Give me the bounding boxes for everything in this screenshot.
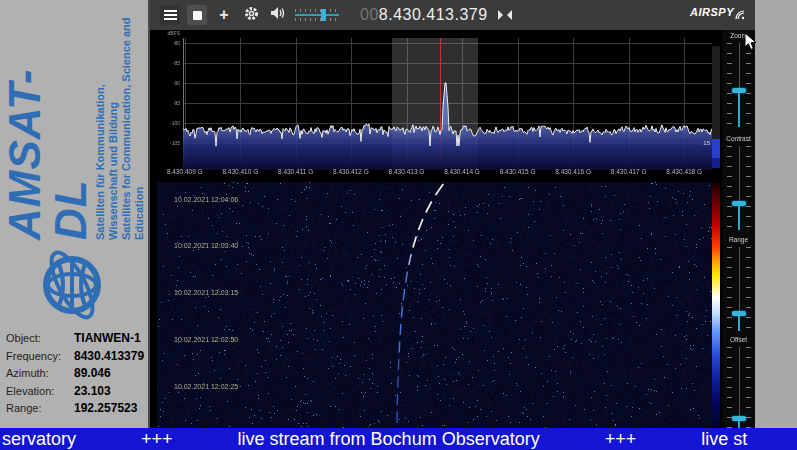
object-value: TIANWEN-1 bbox=[74, 330, 141, 348]
info-row-range: Range: 192.257523 bbox=[6, 400, 148, 418]
contrast-label: Contrast bbox=[722, 135, 755, 144]
info-row-object: Object: TIANWEN-1 bbox=[6, 330, 148, 348]
info-row-elevation: Elevation: 23.103 bbox=[6, 383, 148, 401]
db-tick: -90 bbox=[173, 80, 180, 86]
freq-tick: 8.430.413 G bbox=[389, 168, 425, 180]
slider-stem bbox=[738, 90, 740, 127]
zoom-slider[interactable] bbox=[727, 43, 751, 127]
live-stream-ticker: servatory +++ live stream from Bochum Ob… bbox=[0, 428, 797, 450]
offset-slider-group: Offset bbox=[722, 336, 755, 431]
desktop: AMSAT-DL Satelliten für Kommunikation, W… bbox=[0, 0, 797, 450]
freq-tick: 8.430.410 G bbox=[222, 168, 258, 180]
volume-slider[interactable] bbox=[295, 9, 339, 21]
range-value: 192.257523 bbox=[74, 400, 137, 418]
freq-tick: 8.430.417 G bbox=[611, 168, 647, 180]
contrast-slider-handle[interactable] bbox=[732, 201, 746, 206]
slider-ticks bbox=[727, 347, 732, 431]
brand-wordmark: AMSAT-DL bbox=[2, 17, 94, 240]
db-tick: -95 bbox=[173, 100, 180, 106]
menu-button[interactable] bbox=[160, 5, 180, 25]
db-tick: -100 bbox=[170, 120, 180, 126]
timestamp: 10.02.2021 12:02:50 bbox=[174, 336, 238, 343]
freq-tick: 8.430.409 G bbox=[167, 168, 203, 180]
range-label: Range bbox=[722, 236, 755, 245]
sidebar: AMSAT-DL Satelliten für Kommunikation, W… bbox=[0, 0, 150, 428]
snap-icon bbox=[498, 6, 512, 24]
waterfall-display[interactable] bbox=[157, 182, 712, 428]
volume-handle[interactable] bbox=[321, 9, 326, 21]
db-tick: -85 bbox=[173, 60, 180, 66]
timestamp: 10.02.2021 12:04:06 bbox=[174, 196, 238, 203]
timestamp: 10.02.2021 12:03:40 bbox=[174, 242, 238, 249]
freq-tick: 8.430.416 G bbox=[555, 168, 591, 180]
slider-ticks bbox=[727, 43, 732, 127]
add-button[interactable]: + bbox=[214, 5, 234, 25]
dbfs-unit-label: dBFS bbox=[167, 30, 180, 36]
azimuth-value: 89.046 bbox=[74, 365, 111, 383]
audio-button[interactable] bbox=[268, 5, 288, 25]
amsat-dl-logo: AMSAT-DL Satelliten für Kommunikation, W… bbox=[4, 17, 144, 322]
freq-tick: 8.430.411 G bbox=[278, 168, 313, 180]
mouse-cursor bbox=[744, 32, 757, 55]
frequency-label: Frequency: bbox=[6, 348, 74, 366]
info-row-azimuth: Azimuth: 89.046 bbox=[6, 365, 148, 383]
settings-button[interactable] bbox=[241, 5, 261, 25]
frequency-display[interactable]: 008.430.413.379 bbox=[360, 6, 488, 24]
frequency-value: 8430.413379 bbox=[74, 348, 144, 366]
zoom-slider-handle[interactable] bbox=[732, 88, 746, 93]
hamburger-icon bbox=[164, 10, 177, 20]
range-label: Range: bbox=[6, 400, 74, 418]
elevation-value: 23.103 bbox=[74, 383, 111, 401]
freq-tick: 8.430.415 G bbox=[500, 168, 536, 180]
brand-tagline-en: Satellites for Communication, Science an… bbox=[120, 17, 146, 240]
offset-slider[interactable] bbox=[727, 347, 751, 431]
plus-icon: + bbox=[219, 7, 228, 23]
snap-to-center-button[interactable] bbox=[495, 5, 515, 25]
toolbar: + bbox=[150, 0, 755, 30]
slider-ticks bbox=[727, 247, 732, 331]
sdr-app-window: + bbox=[150, 0, 755, 428]
stop-button[interactable] bbox=[187, 5, 207, 25]
frequency-digits: 8.430.413.379 bbox=[379, 6, 488, 23]
radio-waves-icon bbox=[735, 6, 745, 24]
contrast-slider-group: Contrast bbox=[722, 135, 755, 230]
contrast-slider[interactable] bbox=[727, 146, 751, 230]
timestamp: 10.02.2021 12:02:25 bbox=[174, 383, 238, 390]
waterfall-color-legend bbox=[712, 183, 720, 427]
elevation-label: Elevation: bbox=[6, 383, 74, 401]
control-panel: Zoom Contrast bbox=[722, 30, 755, 428]
offset-label: Offset bbox=[722, 336, 755, 345]
offset-slider-handle[interactable] bbox=[732, 416, 746, 421]
speaker-icon bbox=[270, 6, 286, 24]
slider-stem bbox=[738, 203, 740, 230]
volume-ticks-top bbox=[295, 9, 339, 12]
slider-ticks bbox=[727, 146, 732, 230]
range-slider[interactable] bbox=[727, 247, 751, 331]
globe-icon bbox=[35, 248, 113, 322]
object-label: Object: bbox=[6, 330, 74, 348]
airspy-logo: AIRSPY bbox=[690, 6, 745, 24]
level-bar[interactable] bbox=[712, 46, 720, 168]
slider-ticks bbox=[746, 247, 751, 331]
range-slider-group: Range bbox=[722, 236, 755, 331]
stop-icon bbox=[193, 11, 202, 20]
slider-ticks bbox=[746, 347, 751, 431]
slider-ticks bbox=[746, 43, 751, 127]
freq-tick: 8.430.414 G bbox=[444, 168, 480, 180]
slider-ticks bbox=[746, 146, 751, 230]
timestamp: 10.02.2021 12:03:15 bbox=[174, 289, 238, 296]
db-tick: -80 bbox=[173, 40, 180, 46]
freq-tick: 8.430.418 G bbox=[666, 168, 702, 180]
gear-icon bbox=[244, 6, 259, 25]
frequency-axis: 8.430.409 G 8.430.410 G 8.430.411 G 8.43… bbox=[157, 168, 712, 180]
level-badge: 15 bbox=[698, 140, 710, 146]
tracking-info-panel: Object: TIANWEN-1 Frequency: 8430.413379… bbox=[6, 330, 148, 418]
frequency-leading-zeros: 00 bbox=[360, 6, 379, 23]
range-slider-handle[interactable] bbox=[732, 311, 746, 316]
airspy-wordmark: AIRSPY bbox=[690, 6, 734, 18]
volume-track bbox=[295, 14, 339, 16]
brand-tagline-de: Satelliten für Kommunikation, Wissenscha… bbox=[94, 17, 120, 240]
azimuth-label: Azimuth: bbox=[6, 365, 74, 383]
info-row-frequency: Frequency: 8430.413379 bbox=[6, 348, 148, 366]
spectrum-display[interactable] bbox=[157, 30, 712, 182]
